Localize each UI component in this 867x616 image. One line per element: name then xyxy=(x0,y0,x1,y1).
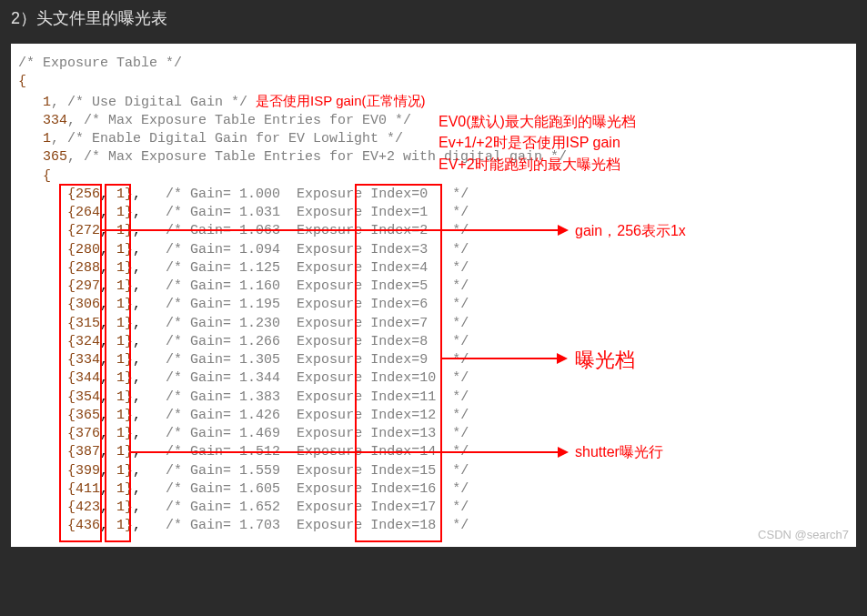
annot-isp-gain-inline: 是否使用ISP gain(正常情况) xyxy=(256,93,425,108)
annot-shutter: shutter曝光行 xyxy=(575,442,663,462)
code-block: /* Exposure Table */ { 1, /* Use Digital… xyxy=(11,44,856,547)
box-gain-col xyxy=(59,184,102,542)
annot-exposure-step: 曝光档 xyxy=(575,347,635,374)
brace: { xyxy=(18,74,26,89)
val-max-ev0: 334 xyxy=(43,113,67,128)
arrow-exposure-step-head xyxy=(557,353,568,364)
cmt-enable-low: , /* Enable Digital Gain for EV Lowlight… xyxy=(51,131,403,146)
val-use-digital-gain: 1 xyxy=(43,95,51,110)
comment-exposure-table: /* Exposure Table */ xyxy=(18,56,182,71)
cmt-use-digital-gain: , /* Use Digital Gain */ xyxy=(51,95,247,110)
arrow-gain xyxy=(101,229,558,231)
watermark: CSDN @search7 xyxy=(758,527,849,543)
annot-ev12-isp: Ev+1/+2时是否使用ISP gain xyxy=(439,133,620,153)
val-max-ev2: 365 xyxy=(43,149,67,165)
annot-ev2-max: EV+2时能跑到的最大曝光档 xyxy=(439,155,620,175)
brace: { xyxy=(43,168,51,184)
annot-ev0-max: EV0(默认)最大能跑到的曝光档 xyxy=(439,112,636,132)
box-index-col xyxy=(355,184,442,542)
cmt-max-ev0: , /* Max Exposure Table Entries for EV0 … xyxy=(67,113,411,128)
box-shutter-col xyxy=(105,184,131,542)
arrow-shutter-head xyxy=(558,447,569,458)
val-enable-low: 1 xyxy=(43,131,51,146)
arrow-exposure-step xyxy=(440,358,557,359)
annot-gain256: gain，256表示1x xyxy=(575,221,686,241)
arrow-gain-head xyxy=(558,225,569,236)
section-title: 2）头文件里的曝光表 xyxy=(0,0,867,36)
arrow-shutter xyxy=(130,451,558,453)
